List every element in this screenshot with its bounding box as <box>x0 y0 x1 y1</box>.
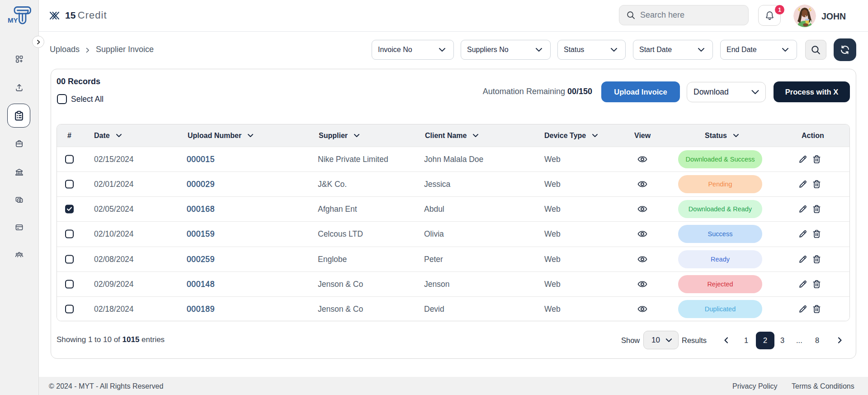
svg-text:MY: MY <box>8 16 18 24</box>
